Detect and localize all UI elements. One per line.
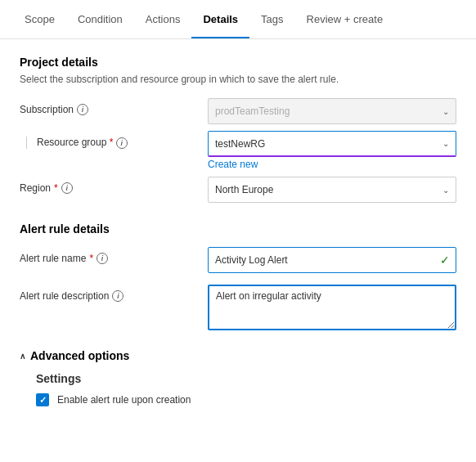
resource-group-indent: Resource group * i — [26, 137, 128, 149]
alert-rule-name-control: ✓ — [208, 247, 456, 273]
subscription-row: Subscription i prodTeamTesting ⌄ — [20, 98, 456, 124]
alert-rule-description-info-icon[interactable]: i — [112, 290, 123, 302]
project-details-description: Select the subscription and resource gro… — [20, 74, 456, 85]
nav-item-actions[interactable]: Actions — [134, 2, 192, 38]
region-required: * — [54, 182, 58, 194]
nav-item-review-create[interactable]: Review + create — [295, 2, 395, 38]
resource-group-label-wrapper: Resource group * i — [20, 131, 208, 149]
advanced-options-title: Advanced options — [30, 349, 129, 362]
nav-item-tags[interactable]: Tags — [249, 2, 294, 38]
nav-item-condition[interactable]: Condition — [66, 2, 134, 38]
region-label: Region * i — [20, 177, 208, 194]
settings-title: Settings — [36, 372, 456, 385]
advanced-options-section: ∧ Advanced options Settings Enable alert… — [20, 349, 456, 406]
subscription-label: Subscription i — [20, 98, 208, 115]
region-value: North Europe — [215, 184, 273, 195]
subscription-chevron-icon: ⌄ — [442, 107, 449, 116]
region-dropdown[interactable]: North Europe ⌄ — [208, 177, 456, 203]
region-info-icon[interactable]: i — [61, 182, 73, 194]
alert-rule-name-required: * — [89, 253, 93, 264]
nav-item-details[interactable]: Details — [191, 2, 249, 38]
alert-rule-name-valid-icon: ✓ — [440, 253, 450, 267]
resource-group-chevron-icon: ⌄ — [442, 139, 449, 148]
region-control: North Europe ⌄ — [208, 177, 456, 203]
resource-group-row: Resource group * i testNewRG ⌄ Create ne… — [20, 131, 456, 170]
resource-group-info-icon[interactable]: i — [116, 137, 128, 149]
subscription-value: prodTeamTesting — [215, 105, 290, 117]
nav-item-scope[interactable]: Scope — [13, 2, 66, 38]
alert-rule-description-control: Alert on irregular activity — [208, 285, 456, 333]
advanced-options-chevron-icon: ∧ — [20, 352, 25, 361]
alert-rule-details-title: Alert rule details — [20, 222, 456, 235]
alert-rule-name-row: Alert rule name * i ✓ — [20, 247, 456, 273]
resource-group-value: testNewRG — [215, 138, 265, 150]
alert-rule-description-textarea[interactable]: Alert on irregular activity — [208, 285, 456, 330]
subscription-info-icon[interactable]: i — [77, 104, 88, 115]
alert-rule-name-info-icon[interactable]: i — [97, 253, 108, 264]
enable-alert-rule-label: Enable alert rule upon creation — [57, 394, 191, 406]
content-area: Project details Select the subscription … — [0, 39, 476, 423]
advanced-options-header[interactable]: ∧ Advanced options — [20, 349, 456, 362]
alert-rule-name-label: Alert rule name * i — [20, 247, 208, 264]
enable-alert-rule-row: Enable alert rule upon creation — [36, 393, 456, 406]
enable-alert-rule-checkbox[interactable] — [36, 393, 49, 406]
region-chevron-icon: ⌄ — [442, 186, 449, 195]
alert-rule-description-row: Alert rule description i Alert on irregu… — [20, 285, 456, 333]
resource-group-control: testNewRG ⌄ Create new — [208, 131, 456, 170]
alert-rule-description-label: Alert rule description i — [20, 285, 208, 302]
alert-rule-name-input[interactable] — [208, 247, 456, 273]
subscription-control: prodTeamTesting ⌄ — [208, 98, 456, 124]
top-navigation: Scope Condition Actions Details Tags Rev… — [0, 0, 476, 39]
resource-group-dropdown[interactable]: testNewRG ⌄ — [208, 131, 456, 157]
advanced-options-content: Settings Enable alert rule upon creation — [36, 372, 456, 406]
create-new-link[interactable]: Create new — [208, 159, 456, 170]
region-row: Region * i North Europe ⌄ — [20, 177, 456, 203]
subscription-dropdown[interactable]: prodTeamTesting ⌄ — [208, 98, 456, 124]
alert-rule-details-section: Alert rule details Alert rule name * i ✓… — [20, 222, 456, 333]
alert-rule-name-input-wrapper: ✓ — [208, 247, 456, 273]
resource-group-required: * — [110, 137, 114, 148]
project-details-title: Project details — [20, 56, 456, 69]
